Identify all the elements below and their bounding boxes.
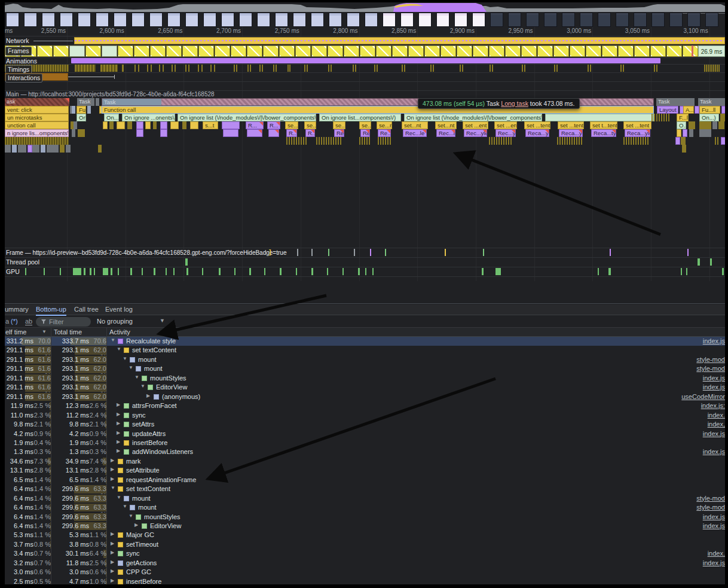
filmstrip-thumbnail[interactable] [383,13,396,27]
flame-event[interactable] [683,129,687,137]
flame-event[interactable] [27,145,32,153]
flame-event[interactable]: On...) [77,114,86,121]
filmstrip-thumbnail[interactable] [114,13,127,27]
frame-segment[interactable] [166,45,182,57]
expander-closed-icon[interactable]: ▶ [146,393,150,398]
table-row[interactable]: 34.6 ms7.3 %34.9 ms7.4 %▶mark [5,457,725,466]
thread-pool-label[interactable]: Thread pool [6,258,39,266]
flame-event[interactable] [223,129,238,137]
cpu-activity-overview[interactable] [5,2,725,12]
filmstrip-thumbnail[interactable] [203,13,216,27]
flame-event[interactable] [675,137,680,145]
expander-closed-icon[interactable]: ▶ [111,458,114,463]
flame-event[interactable] [98,145,102,153]
flame-event[interactable]: Rec...le [403,129,427,137]
flame-event[interactable]: Reca...tyle [591,129,616,137]
expander-open-icon[interactable]: ▼ [140,383,145,389]
table-row[interactable]: 3.2 ms0.7 %11.8 ms2.5 %▶getActionsindex.… [5,559,725,568]
regex-icon[interactable]: (*) [11,318,18,325]
filmstrip-thumbnail[interactable] [669,13,683,27]
flame-event[interactable]: set t...tent [590,121,617,129]
expander-closed-icon[interactable]: ▶ [117,448,120,453]
frame-segment[interactable] [408,45,424,57]
expander-closed-icon[interactable]: ▶ [134,522,138,528]
tooltip-longtask-link[interactable]: Long task [501,100,528,107]
flame-event[interactable] [117,121,125,129]
filmstrip-thumbnail[interactable] [562,13,575,27]
table-row[interactable]: 11.0 ms2.3 %11.2 ms2.4 %▶syncindex. [5,411,725,420]
frame-segment[interactable] [69,45,85,57]
flame-event[interactable] [78,129,85,137]
expander-closed-icon[interactable]: ▶ [111,467,114,472]
filmstrip-thumbnail[interactable] [131,13,145,27]
table-row[interactable]: 291.1 ms61.6 %293.1 ms62.0 %▼mountStyles… [5,374,725,383]
expander-open-icon[interactable]: ▼ [123,504,127,509]
filmstrip-thumbnail[interactable] [167,13,181,27]
filmstrip-thumbnail[interactable] [687,13,701,27]
flame-event[interactable] [96,98,99,106]
flame-event[interactable] [682,145,686,153]
filmstrip-thumbnail[interactable] [6,13,19,27]
filmstrip-thumbnail[interactable] [436,13,449,27]
frame-segment[interactable] [231,45,246,57]
flame-event[interactable] [170,121,179,129]
table-row[interactable]: 6.4 ms1.4 %299.6 ms63.3 %▼set textConten… [5,485,725,493]
filmstrip-thumbnail[interactable] [42,13,55,27]
flame-event[interactable] [160,121,167,129]
filmstrip-thumbnail[interactable] [400,13,414,27]
flame-event[interactable]: Fu..ll [77,106,86,114]
flame-event[interactable] [87,106,91,114]
tab-call-tree[interactable]: Call tree [74,306,99,315]
source-link[interactable]: index.js [703,374,725,382]
flame-event[interactable]: se...t [304,121,316,129]
expander-open-icon[interactable]: ▼ [129,365,133,370]
flame-event[interactable]: set...nt [435,121,457,129]
flame-event[interactable]: Re..le [360,129,370,137]
filmstrip-thumbnail[interactable] [329,13,342,27]
table-row[interactable]: 13.1 ms2.8 %13.1 ms2.8 %▶setAttribute [5,466,725,475]
flame-event[interactable]: R...e [305,129,315,137]
flame-event[interactable]: un microtasks [5,114,69,121]
flame-event[interactable] [5,145,11,153]
frame-segment[interactable] [215,45,230,57]
source-link[interactable]: index.js: [701,402,725,409]
frame-segment[interactable] [392,45,408,57]
expander-open-icon[interactable]: ▼ [134,374,139,380]
table-row[interactable]: 1.9 ms0.4 %1.9 ms0.4 %▶insertBefore [5,438,725,447]
flame-event[interactable] [5,137,69,145]
flame-event[interactable]: Task [77,98,94,106]
flame-event[interactable] [695,106,699,114]
flame-event[interactable]: R... [246,121,264,129]
table-row[interactable]: 3.7 ms0.8 %3.8 ms0.8 %▶setTimeout [5,540,725,549]
track-label-interactions[interactable]: Interactions [5,74,42,83]
table-row[interactable]: 291.1 ms61.6 %293.1 ms62.0 %▼EditorViewi… [5,383,725,392]
frame-segment[interactable] [473,45,488,57]
table-row[interactable]: 291.1 ms61.6 %293.1 ms62.0 %▼mountstyle-… [5,364,725,373]
table-row[interactable]: 6.4 ms1.4 %299.6 ms63.3 %▶EditorViewinde… [5,522,725,531]
frame-segment[interactable] [521,45,537,57]
filmstrip-thumbnail[interactable] [185,13,198,27]
flame-event[interactable] [12,145,17,153]
flame-event[interactable]: Rec...le [436,129,455,137]
flame-event[interactable] [18,145,26,153]
flame-event[interactable]: s...t [203,121,218,129]
table-row[interactable]: 6.4 ms1.4 %299.6 ms63.3 %▼mountstyle-mod [5,503,725,512]
filmstrip-thumbnail[interactable] [616,13,629,27]
flame-event[interactable]: On ignore ...onents\/) [122,114,175,121]
source-link[interactable]: index. [708,550,725,557]
flame-event[interactable]: vent: click [5,106,69,114]
filmstrip-thumbnail[interactable] [365,13,378,27]
filmstrip-thumbnail[interactable] [634,13,647,27]
frame-segment[interactable] [102,45,117,57]
animations-track-bar[interactable] [71,58,660,63]
expander-closed-icon[interactable]: ▶ [111,541,114,546]
flame-event[interactable]: ask [5,98,69,106]
source-link[interactable]: style-mod [696,504,725,511]
flame-event[interactable]: Rec...yle [464,129,487,137]
frame-segment[interactable] [279,45,295,57]
flame-event[interactable] [720,114,725,121]
source-link[interactable]: index.js [703,448,725,455]
frame-segment[interactable] [198,45,214,57]
network-track-bar[interactable] [74,37,725,44]
filmstrip-thumbnail[interactable] [96,13,109,27]
